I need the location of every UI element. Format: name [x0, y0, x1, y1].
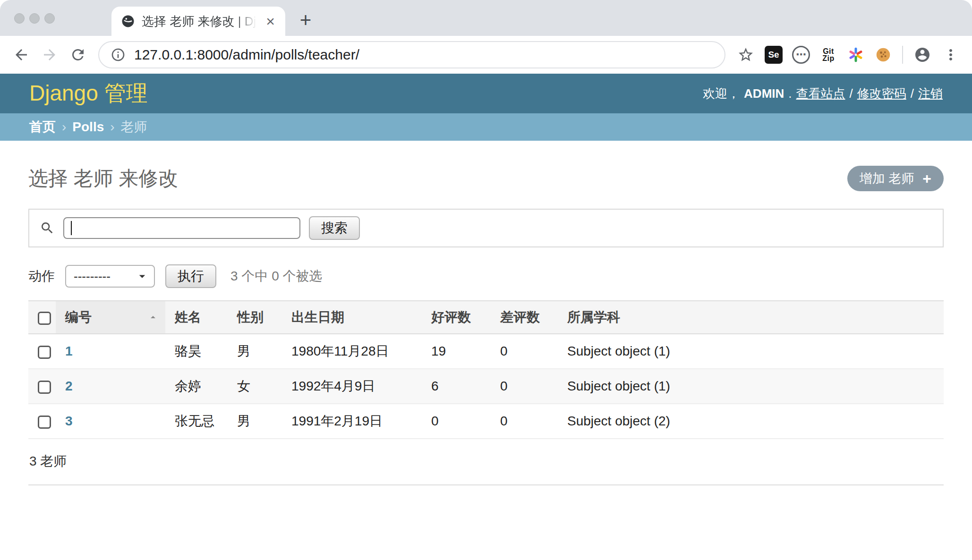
- extension-cookie-icon[interactable]: [870, 42, 896, 68]
- result-table: 编号 姓名 性别 出生日期 好评数 差评数 所属学科 1: [28, 300, 944, 439]
- url-text[interactable]: 127.0.0.1:8000/admin/polls/teacher/: [134, 47, 359, 63]
- search-input[interactable]: [63, 217, 300, 239]
- browser-menu-icon[interactable]: [937, 41, 964, 68]
- column-header-bad-count[interactable]: 差评数: [491, 301, 558, 334]
- changelist-content: 选择 老师 来修改 增加 老师 + 搜索 动作 --------- 执行 3 个…: [0, 141, 972, 485]
- change-password-link[interactable]: 修改密码: [857, 85, 906, 102]
- row-id-link[interactable]: 1: [65, 344, 73, 358]
- username-suffix: .: [788, 86, 792, 101]
- usertools-separator: /: [911, 86, 914, 101]
- table-row: 2 余婷 女 1992年4月9日 6 0 Subject object (1): [28, 369, 944, 404]
- cell-name: 张无忌: [165, 404, 228, 439]
- site-brand[interactable]: Django 管理: [29, 79, 148, 108]
- cell-birthdate: 1991年2月19日: [282, 404, 422, 439]
- browser-tab[interactable]: 选择 老师 来修改 | Django 站点管理 ×: [111, 7, 285, 36]
- extension-dots-icon[interactable]: ⋯: [788, 42, 814, 68]
- new-tab-button[interactable]: +: [293, 8, 318, 33]
- site-info-icon[interactable]: [111, 47, 126, 62]
- add-teacher-button[interactable]: 增加 老师 +: [847, 166, 944, 191]
- cell-birthdate: 1980年11月28日: [282, 334, 422, 369]
- cell-good-count: 19: [422, 334, 491, 369]
- extension-gitzip-icon[interactable]: Git Zip: [815, 42, 842, 68]
- table-header-row: 编号 姓名 性别 出生日期 好评数 差评数 所属学科: [28, 301, 944, 334]
- bookmark-star-icon[interactable]: [732, 41, 759, 68]
- extension-pinwheel-icon[interactable]: [843, 42, 869, 68]
- admin-header: Django 管理 欢迎， ADMIN. 查看站点 / 修改密码 / 注销: [0, 74, 972, 113]
- profile-avatar[interactable]: [909, 41, 936, 68]
- address-bar[interactable]: 127.0.0.1:8000/admin/polls/teacher/: [98, 41, 725, 68]
- cell-subject: Subject object (1): [558, 369, 944, 404]
- row-checkbox[interactable]: [38, 416, 51, 429]
- cell-good-count: 6: [422, 369, 491, 404]
- column-header-id[interactable]: 编号: [56, 301, 165, 334]
- welcome-text: 欢迎，: [703, 85, 740, 102]
- plus-icon: +: [922, 171, 931, 186]
- back-button[interactable]: [8, 41, 35, 68]
- breadcrumb-app-link[interactable]: Polls: [72, 119, 104, 135]
- close-window-button[interactable]: [14, 13, 25, 24]
- column-header-gender[interactable]: 性别: [228, 301, 282, 334]
- row-id-link[interactable]: 3: [65, 414, 73, 428]
- column-header-id-label: 编号: [65, 310, 92, 324]
- select-all-checkbox[interactable]: [38, 312, 51, 325]
- browser-toolbar: 127.0.0.1:8000/admin/polls/teacher/ Se ⋯…: [0, 36, 972, 74]
- column-header-subject[interactable]: 所属学科: [558, 301, 944, 334]
- toolbar-divider: [902, 46, 903, 64]
- breadcrumb: 首页 › Polls › 老师: [0, 113, 972, 141]
- cell-subject: Subject object (1): [558, 334, 944, 369]
- minimize-window-button[interactable]: [29, 13, 40, 24]
- table-row: 3 张无忌 男 1991年2月19日 0 0 Subject object (2…: [28, 404, 944, 439]
- table-row: 1 骆昊 男 1980年11月28日 19 0 Subject object (…: [28, 334, 944, 369]
- user-tools: 欢迎， ADMIN. 查看站点 / 修改密码 / 注销: [703, 85, 943, 102]
- cell-name: 骆昊: [165, 334, 228, 369]
- action-select[interactable]: ---------: [65, 265, 155, 288]
- page-title: 选择 老师 来修改: [28, 165, 178, 192]
- usertools-separator: /: [850, 86, 853, 101]
- row-id-link[interactable]: 2: [65, 379, 73, 393]
- actions-row: 动作 --------- 执行 3 个中 0 个被选: [28, 264, 944, 288]
- action-label: 动作: [28, 267, 55, 285]
- cell-gender: 女: [228, 369, 282, 404]
- cell-gender: 男: [228, 334, 282, 369]
- cell-bad-count: 0: [491, 334, 558, 369]
- sort-ascending-icon[interactable]: [147, 312, 159, 323]
- tab-favicon-icon: [121, 14, 135, 28]
- cell-birthdate: 1992年4月9日: [282, 369, 422, 404]
- breadcrumb-current: 老师: [121, 118, 147, 136]
- search-icon: [40, 221, 55, 236]
- extension-selenium-icon[interactable]: Se: [760, 42, 787, 68]
- chevron-down-icon: [135, 269, 149, 283]
- column-header-good-count[interactable]: 好评数: [422, 301, 491, 334]
- tab-close-icon[interactable]: ×: [263, 13, 278, 30]
- cell-subject: Subject object (2): [558, 404, 944, 439]
- cell-bad-count: 0: [491, 404, 558, 439]
- action-select-value: ---------: [74, 269, 111, 284]
- forward-button[interactable]: [36, 41, 63, 68]
- logout-link[interactable]: 注销: [918, 85, 943, 102]
- gitzip-label-top: Git: [822, 48, 835, 55]
- search-bar: 搜索: [28, 209, 944, 247]
- breadcrumb-separator: ›: [62, 119, 66, 135]
- column-header-birthdate[interactable]: 出生日期: [282, 301, 422, 334]
- browser-tabstrip: 选择 老师 来修改 | Django 站点管理 × +: [0, 0, 972, 36]
- username: ADMIN: [744, 86, 784, 101]
- view-site-link[interactable]: 查看站点: [796, 85, 845, 102]
- text-caret: [71, 221, 72, 235]
- cell-name: 余婷: [165, 369, 228, 404]
- selection-counter: 3 个中 0 个被选: [230, 267, 322, 285]
- row-checkbox[interactable]: [38, 346, 51, 359]
- action-go-button[interactable]: 执行: [165, 264, 216, 288]
- window-controls: [14, 13, 55, 24]
- breadcrumb-home-link[interactable]: 首页: [29, 118, 56, 136]
- zoom-window-button[interactable]: [44, 13, 55, 24]
- column-header-name[interactable]: 姓名: [165, 301, 228, 334]
- browser-window: 选择 老师 来修改 | Django 站点管理 × + 127.0.0.1:80…: [0, 0, 972, 560]
- cell-good-count: 0: [422, 404, 491, 439]
- reload-button[interactable]: [64, 41, 92, 68]
- search-submit-button[interactable]: 搜索: [309, 216, 360, 240]
- row-checkbox[interactable]: [38, 381, 51, 394]
- gitzip-label-bottom: Zip: [822, 55, 835, 62]
- tab-title: 选择 老师 来修改 | Django 站点管理: [142, 13, 256, 30]
- add-teacher-label: 增加 老师: [860, 170, 914, 187]
- result-count: 3 老师: [28, 439, 944, 485]
